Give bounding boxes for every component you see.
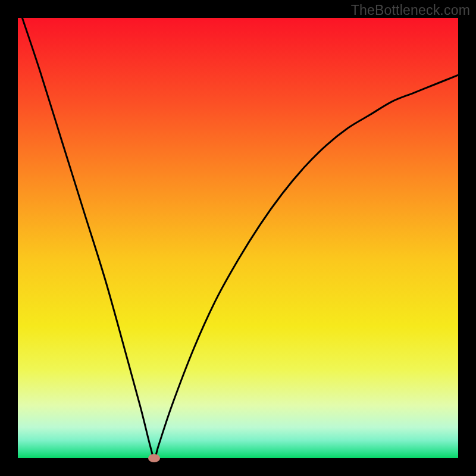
bottleneck-curve-svg — [18, 18, 458, 458]
watermark-text: TheBottleneck.com — [351, 2, 470, 18]
optimum-marker — [148, 454, 160, 462]
plot-area — [18, 18, 458, 458]
chart-frame: TheBottleneck.com — [0, 0, 476, 476]
bottleneck-curve — [22, 18, 458, 458]
